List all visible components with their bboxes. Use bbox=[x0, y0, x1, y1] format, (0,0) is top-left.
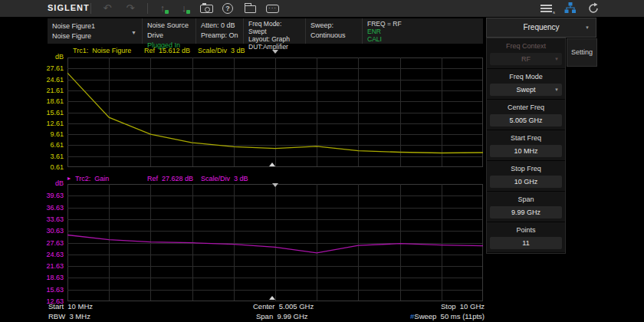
y-tick-label: 12.61 bbox=[46, 120, 64, 127]
trace1-header: Trc1: Noise Figure Ref 15.612 dB Scale/D… bbox=[0, 47, 483, 56]
trace1-y-axis: dB27.6124.6121.6118.6115.6112.619.616.61… bbox=[31, 58, 66, 167]
center-marker-top-trace2 bbox=[272, 183, 278, 187]
message-icon[interactable]: ··· bbox=[266, 5, 279, 13]
green-dot bbox=[186, 10, 190, 14]
center-marker-top-trace1 bbox=[272, 50, 278, 54]
noise-source-off-icon[interactable]: ↓ bbox=[176, 2, 192, 15]
y-tick-label: 24.61 bbox=[46, 76, 64, 84]
freq-status-cell[interactable]: FREQ = RF ENR CALI bbox=[363, 18, 482, 44]
y-tick-label: 6.61 bbox=[50, 141, 64, 149]
noise-source-on-icon[interactable]: ↑ bbox=[155, 2, 170, 15]
chevron-down-icon: ▼ bbox=[131, 28, 136, 38]
y-tick-label: 0.61 bbox=[50, 163, 64, 171]
field-row-start-freq: Start Freq10 MHz bbox=[487, 130, 565, 161]
y-tick-label: 18.61 bbox=[46, 97, 64, 105]
y-tick-label: 30.63 bbox=[46, 227, 64, 235]
y-tick-label: 21.63 bbox=[46, 262, 64, 270]
settings-bar: Noise Figure1 Noise Figure ▼ Noise Sourc… bbox=[48, 18, 483, 44]
layout-value: Layout: Graph bbox=[248, 35, 301, 43]
rbw-label: RBW 3 MHz bbox=[48, 312, 90, 320]
screenshot-icon[interactable] bbox=[200, 5, 213, 13]
preset-reset-icon[interactable] bbox=[587, 2, 600, 18]
field-value-start-freq[interactable]: 10 MHz bbox=[490, 145, 562, 157]
y-tick-label: 27.63 bbox=[46, 239, 64, 247]
selected-trace-icon: ▸ bbox=[67, 175, 71, 182]
y-tick-label: 15.61 bbox=[46, 109, 64, 117]
file-icon[interactable] bbox=[245, 5, 256, 13]
green-dot bbox=[165, 10, 169, 14]
start-freq-label: Start 10 MHz bbox=[48, 302, 93, 310]
field-row-freq-mode: Freq ModeSwept▼ bbox=[487, 69, 565, 100]
trace2-name[interactable]: Trc2: Gain bbox=[75, 175, 109, 182]
y-tick-label: 15.63 bbox=[46, 286, 64, 294]
trace2-plot[interactable] bbox=[67, 184, 483, 301]
field-label: Points bbox=[487, 226, 565, 234]
y-tick-label: 9.61 bbox=[50, 130, 64, 138]
field-value-center-freq[interactable]: 5.005 GHz bbox=[490, 114, 562, 127]
field-value-span[interactable]: 9.99 GHz bbox=[490, 206, 562, 219]
sweep-cell[interactable]: Sweep: Continuous bbox=[306, 18, 363, 44]
sweep-mode-value: Sweep: Continuous bbox=[310, 21, 358, 41]
redo-icon[interactable]: ↷ bbox=[123, 2, 138, 15]
trace1-plot[interactable] bbox=[67, 58, 483, 167]
field-label: Span bbox=[487, 196, 565, 203]
center-marker-bottom-trace2 bbox=[269, 296, 275, 300]
tab-setting[interactable]: Setting bbox=[567, 38, 597, 67]
measurement-name: Noise Figure1 bbox=[52, 21, 138, 31]
noise-source-cell[interactable]: Noise Source Drive Plugged In bbox=[143, 18, 196, 44]
trace1-scale: Scale/Div 3 dB bbox=[198, 47, 245, 54]
field-value-points[interactable]: 11 bbox=[490, 237, 562, 249]
menu-list-icon[interactable]: s bbox=[540, 5, 552, 14]
sweep-text: Sweep 50 ms (11pts) bbox=[414, 312, 485, 320]
atten-value: Atten: 0 dB bbox=[201, 21, 239, 31]
toolbar-divider bbox=[90, 3, 91, 14]
chevron-down-icon: ▼ bbox=[554, 53, 559, 65]
trace1-ref: Ref 15.612 dB bbox=[144, 47, 190, 54]
field-row-span: Span9.99 GHz bbox=[487, 192, 565, 222]
y-tick-label: 21.61 bbox=[46, 87, 64, 94]
sweep-time-label: #Sweep 50 ms (11pts) bbox=[410, 312, 485, 320]
field-label: Start Freq bbox=[487, 134, 565, 142]
undo-icon[interactable]: ↶ bbox=[100, 2, 115, 15]
y-axis-unit: dB bbox=[55, 53, 64, 61]
field-value-freq-mode[interactable]: Swept▼ bbox=[490, 84, 562, 96]
top-toolbar: SIGLENT ↶ ↷ ↑ ↓ ? ··· s bbox=[0, 0, 644, 17]
field-row-stop-freq: Stop Freq10 GHz bbox=[487, 161, 565, 192]
chevron-down-icon: ▼ bbox=[585, 18, 590, 37]
field-label: Freq Mode bbox=[487, 73, 565, 80]
help-icon[interactable]: ? bbox=[222, 3, 233, 14]
frequency-fields-panel: Freq ContextRF▼Freq ModeSwept▼Center Fre… bbox=[486, 38, 566, 254]
field-value-stop-freq[interactable]: 10 GHz bbox=[490, 176, 562, 188]
field-row-center-freq: Center Freq5.005 GHz bbox=[487, 100, 565, 130]
measurement-select[interactable]: Noise Figure1 Noise Figure ▼ bbox=[48, 18, 143, 44]
instrument-screen: SIGLENT ↶ ↷ ↑ ↓ ? ··· s bbox=[0, 0, 644, 322]
freq-rf-value: FREQ = RF bbox=[367, 20, 478, 28]
toolbar-divider bbox=[147, 3, 148, 14]
field-value-freq-context[interactable]: RF▼ bbox=[490, 53, 562, 65]
atten-preamp-cell[interactable]: Atten: 0 dB Preamp: On bbox=[196, 18, 244, 44]
trace2-ref: Ref 27.628 dB bbox=[147, 175, 193, 182]
span-label: Span 9.99 GHz bbox=[256, 312, 308, 320]
trace2-header: ▸ Trc2: Gain Ref 27.628 dB Scale/Div 3 d… bbox=[0, 175, 483, 184]
y-tick-label: 3.61 bbox=[50, 153, 64, 160]
lan-network-icon[interactable] bbox=[564, 2, 577, 17]
y-tick-label: 24.63 bbox=[46, 251, 64, 258]
mode-cell[interactable]: Freq Mode: Swept Layout: Graph DUT:Ampli… bbox=[244, 18, 306, 44]
frequency-menu-title: Frequency bbox=[523, 23, 559, 31]
trace1-name[interactable]: Trc1: Noise Figure bbox=[73, 47, 131, 54]
field-label: Center Freq bbox=[487, 104, 565, 111]
y-tick-label: 18.63 bbox=[46, 274, 64, 281]
siglent-logo: SIGLENT bbox=[48, 3, 90, 12]
y-tick-label: 27.61 bbox=[46, 64, 64, 72]
field-label: Stop Freq bbox=[487, 165, 565, 172]
center-freq-label: Center 5.005 GHz bbox=[253, 302, 314, 310]
measurement-type: Noise Figure bbox=[52, 31, 138, 41]
enr-status: ENR bbox=[367, 28, 478, 35]
tab-setting-label: Setting bbox=[571, 48, 593, 56]
frequency-menu-header[interactable]: Frequency ▼ bbox=[486, 18, 596, 38]
field-row-points: Points11 bbox=[487, 222, 565, 253]
y-tick-label: 36.63 bbox=[46, 204, 64, 212]
trace2-scale: Scale/Div 3 dB bbox=[201, 175, 248, 182]
field-label: Freq Context bbox=[487, 42, 565, 50]
preamp-value: Preamp: On bbox=[201, 31, 239, 41]
